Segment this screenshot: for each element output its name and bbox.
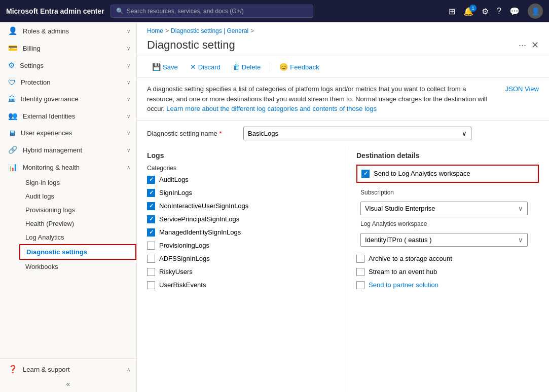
governance-icon: 🏛 [8,95,16,103]
save-icon: 💾 [152,63,161,71]
sidebar-item-audit-logs[interactable]: Audit logs [19,189,136,203]
sidebar-item-protection[interactable]: 🛡 Protection ∨ [0,74,136,91]
sidebar-bottom: ❓ Learn & support ∧ « [0,358,136,392]
monitoring-icon: 📊 [8,163,18,172]
checkbox-stream[interactable] [356,268,364,276]
ux-icon: 🖥 [8,129,16,137]
settings-icon[interactable]: ⚙ [482,7,489,16]
chevron-icon: ∨ [127,28,130,34]
name-input-box[interactable]: BasicLogs ∨ [243,127,471,140]
checkbox-archive[interactable] [356,255,364,263]
discard-button[interactable]: ✕ Discard [185,60,226,73]
feedback-icon[interactable]: 💬 [509,7,520,16]
checkbox-serviceprincipal[interactable] [147,215,155,223]
feedback-icon: 😊 [279,63,288,71]
checkbox-provisioning[interactable] [147,242,155,250]
settings-nav-icon: ⚙ [8,61,15,70]
destination-section: Destination details Send to Log Analytic… [346,146,539,393]
sidebar-item-identity-governance[interactable]: 🏛 Identity governance ∨ [0,91,136,107]
sidebar-collapse-btn[interactable]: « [0,378,136,390]
portal-icon[interactable]: ⊞ [449,7,455,16]
log-item-userriskevents: UserRiskEvents [147,281,336,289]
breadcrumb-sep-1: > [165,27,169,34]
chevron-up-icon: ∧ [127,367,130,372]
page-title: Diagnostic setting [147,38,514,52]
feedback-button[interactable]: 😊 Feedback [274,60,324,73]
breadcrumb-diagnostic[interactable]: Diagnostic settings | General [171,27,248,34]
search-box[interactable]: 🔍 [111,5,313,18]
log-item-provisioning: ProvisioningLogs [147,242,336,250]
checkbox-managedidentity[interactable] [147,228,155,237]
checkbox-userriskevents[interactable] [147,281,155,289]
checkbox-partner[interactable] [356,281,364,289]
log-item-serviceprincipal: ServicePrincipalSignInLogs [147,215,336,223]
subscription-dropdown[interactable]: Visual Studio Enterprise ∨ [360,202,528,215]
chevron-icon: ∨ [127,63,130,68]
dest-other-options: Archive to a storage account Stream to a… [356,255,539,289]
dest-log-analytics-label: Send to Log Analytics workspace [374,170,470,177]
dest-archive-option: Archive to a storage account [356,255,539,263]
sidebar-item-learn-support[interactable]: ❓ Learn & support ∧ [0,361,136,378]
chevron-icon: ∨ [127,147,130,153]
checkbox-audit[interactable] [147,176,155,184]
sidebar-item-billing[interactable]: 💳 Billing ∨ [0,40,136,57]
dest-option-log-analytics: Send to Log Analytics workspace [356,165,539,183]
page-header: Diagnostic setting ··· ✕ [137,36,549,56]
checkbox-noninteractive[interactable] [147,202,155,210]
sidebar-label-hybrid: Hybrid management [23,146,127,154]
search-input[interactable] [127,8,308,15]
logs-categories-label: Categories [147,165,336,172]
sidebar-item-settings[interactable]: ⚙ Settings ∨ [0,57,136,74]
name-value: BasicLogs [248,130,278,137]
sidebar-label-sign-in: Sign-in logs [25,179,130,186]
sidebar-item-hybrid[interactable]: 🔗 Hybrid management ∨ [0,141,136,159]
learn-more-link[interactable]: Learn more about the different log categ… [166,105,377,112]
log-label-managedidentity: ManagedIdentitySignInLogs [159,228,241,236]
breadcrumb: Home > Diagnostic settings | General > [137,22,549,36]
json-view-link[interactable]: JSON View [505,84,539,94]
log-analytics-dropdown[interactable]: IdentityITPro ( eastus ) ∨ [360,233,528,247]
sidebar-item-sign-in-logs[interactable]: Sign-in logs [19,176,136,189]
help-icon[interactable]: ? [497,7,501,16]
chevron-icon: ∨ [127,80,130,85]
sidebar-item-workbooks[interactable]: Workbooks [19,260,136,273]
user-avatar[interactable]: 👤 [528,4,543,19]
sidebar-item-monitoring[interactable]: 📊 Monitoring & health ∧ [0,159,136,176]
checkbox-signin[interactable] [147,189,155,197]
checkbox-log-analytics[interactable] [361,170,370,178]
sidebar-item-external-identities[interactable]: 👥 External Identities ∨ [0,107,136,125]
sidebar-label-provisioning: Provisioning logs [25,206,130,214]
subscription-value: Visual Studio Enterprise [365,205,435,212]
search-icon: 🔍 [116,8,124,15]
page-menu-icon[interactable]: ··· [519,40,526,51]
delete-icon: 🗑 [233,63,240,71]
checkbox-riskyusers[interactable] [147,268,155,276]
sidebar-item-health-preview[interactable]: Health (Preview) [19,217,136,230]
sidebar-label-diagnostic: Diagnostic settings [26,248,129,256]
sidebar-label-ux: User experiences [21,129,127,137]
log-label-riskyusers: RiskyUsers [159,268,193,276]
sidebar-item-diagnostic-settings[interactable]: Diagnostic settings [19,244,136,260]
sidebar-item-user-experiences[interactable]: 🖥 User experiences ∨ [0,125,136,141]
sidebar-label-audit: Audit logs [25,192,130,200]
required-star: * [219,130,222,137]
log-item-audit: AuditLogs [147,176,336,184]
close-icon[interactable]: ✕ [531,40,539,51]
logs-section-title: Logs [147,151,336,160]
toolbar-separator [270,62,270,72]
notification-icon[interactable]: 🔔 1 [463,7,473,16]
topbar: Microsoft Entra admin center 🔍 ⊞ 🔔 1 ⚙ ?… [0,0,549,22]
partner-label: Send to partner solution [369,281,438,289]
delete-button[interactable]: 🗑 Delete [228,60,266,73]
breadcrumb-home[interactable]: Home [147,27,163,34]
sidebar-item-provisioning-logs[interactable]: Provisioning logs [19,203,136,217]
log-label-noninteractive: NonInteractiveUserSignInLogs [159,202,248,210]
checkbox-adfs[interactable] [147,255,155,263]
save-button[interactable]: 💾 Save [147,60,183,73]
sidebar-item-log-analytics[interactable]: Log Analytics [19,230,136,244]
log-label-userriskevents: UserRiskEvents [159,281,206,289]
chevron-icon: ∨ [127,96,130,102]
sidebar-label-workbooks: Workbooks [25,263,130,270]
description-area: A diagnostic setting specifies a list of… [137,78,549,121]
sidebar-item-roles-admins[interactable]: 👤 Roles & admins ∨ [0,22,136,40]
